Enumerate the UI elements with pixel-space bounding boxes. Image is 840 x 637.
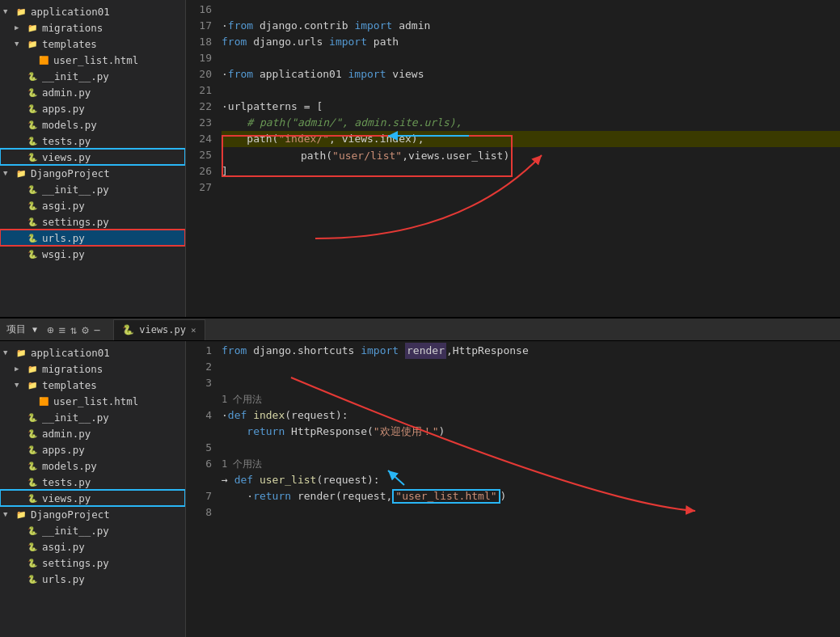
tree-label: DjangoProject bbox=[31, 508, 110, 521]
minus-icon[interactable]: − bbox=[94, 323, 100, 336]
html-file-icon: 🟧 bbox=[37, 54, 50, 65]
line-numbers-bottom: 1 2 3 4 5 6 7 8 bbox=[186, 341, 218, 637]
py-file-icon: 🐍 bbox=[26, 135, 39, 146]
tree-label: apps.py bbox=[42, 444, 85, 456]
tree-arrow: ▶ bbox=[15, 23, 26, 32]
code-line-23: # path("admin/", admin.site.urls), bbox=[222, 115, 840, 131]
tree-item[interactable]: 🐍 asgi.py bbox=[0, 538, 185, 555]
views-py-top[interactable]: 🐍 views.py bbox=[0, 149, 185, 165]
sort-icon[interactable]: ⇅ bbox=[70, 323, 77, 336]
code-line-21 bbox=[222, 82, 840, 99]
tree-item[interactable]: ▼ 📁 DjangoProject bbox=[0, 506, 185, 522]
tree-item[interactable]: ▼ 📁 application01 bbox=[0, 344, 185, 361]
folder-icon: 📁 bbox=[26, 22, 39, 33]
tree-label: wsgi.py bbox=[42, 248, 85, 260]
tree-item[interactable]: 🐍 apps.py bbox=[0, 100, 185, 116]
tree-item[interactable]: 🐍 models.py bbox=[0, 458, 185, 474]
tree-item[interactable]: 🐍 __init__.py bbox=[0, 68, 185, 84]
tree-item[interactable]: 🟧 user_list.html bbox=[0, 393, 185, 409]
code-line-17: ·from django.contrib import admin bbox=[222, 18, 840, 34]
tree-arrow: ▼ bbox=[3, 348, 15, 356]
tree-arrow: ▼ bbox=[15, 40, 26, 48]
tree-item[interactable]: 🐍 apps.py bbox=[0, 441, 185, 458]
py-file-icon: 🐍 bbox=[26, 216, 39, 227]
line-numbers-top: 16 17 18 19 20 21 22 23 24 25 26 27 bbox=[186, 0, 218, 317]
tree-item[interactable]: 🐍 wsgi.py bbox=[0, 246, 185, 262]
bottom-editor: 1 2 3 4 5 6 7 8 from django.shortcuts im… bbox=[186, 341, 840, 637]
tree-item[interactable]: ▼ 📁 templates bbox=[0, 377, 185, 393]
urls-py-top[interactable]: 🐍 urls.py bbox=[0, 230, 185, 246]
tree-item[interactable]: 🐍 __init__.py bbox=[0, 522, 185, 538]
py-file-icon: 🐍 bbox=[26, 103, 39, 114]
tree-label: migrations bbox=[42, 363, 103, 375]
settings-icon[interactable]: ⚙ bbox=[82, 323, 88, 336]
tree-item[interactable]: 🐍 admin.py bbox=[0, 84, 185, 100]
usage-hint-1: 1 个用法 bbox=[222, 391, 840, 407]
tab-close-button[interactable]: × bbox=[191, 325, 196, 335]
code-line-20: ·from application01 import views bbox=[222, 66, 840, 82]
code-line-b8: ·return render(request,"user_list.html") bbox=[222, 488, 840, 504]
list-icon[interactable]: ≡ bbox=[58, 323, 65, 336]
tree-label: asgi.py bbox=[42, 541, 85, 553]
tree-item[interactable]: 🐍 asgi.py bbox=[0, 197, 185, 213]
tree-label: application01 bbox=[31, 6, 110, 18]
tree-arrow: ▼ bbox=[3, 7, 15, 15]
py-file-icon: 🐍 bbox=[26, 492, 39, 504]
tree-label: migrations bbox=[42, 22, 103, 34]
tree-label: user_list.html bbox=[53, 54, 138, 66]
py-file-icon: 🐍 bbox=[26, 573, 39, 584]
tree-item[interactable]: 🐍 urls.py bbox=[0, 571, 185, 587]
tree-arrow: ▼ bbox=[3, 510, 15, 518]
top-file-tree[interactable]: ▼ 📁 application01 ▶ 📁 migrations ▼ 📁 tem… bbox=[0, 0, 186, 317]
tree-label: asgi.py bbox=[42, 200, 85, 212]
folder-icon: 📁 bbox=[15, 6, 27, 17]
bottom-file-tree[interactable]: ▼ 📁 application01 ▶ 📁 migrations ▼ 📁 tem… bbox=[0, 341, 186, 637]
code-line-b3 bbox=[222, 375, 840, 391]
tree-item[interactable]: ▼ 📁 DjangoProject bbox=[0, 165, 185, 181]
toolbar-icons: ⊕ ≡ ⇅ ⚙ − bbox=[47, 323, 100, 336]
top-pane: ▼ 📁 application01 ▶ 📁 migrations ▼ 📁 tem… bbox=[0, 0, 840, 318]
tree-item[interactable]: 🐍 __init__.py bbox=[0, 409, 185, 425]
file-tab-label[interactable]: views.py bbox=[139, 324, 186, 335]
tree-item[interactable]: 🐍 settings.py bbox=[0, 555, 185, 571]
tree-item[interactable]: ▼ 📁 templates bbox=[0, 36, 185, 52]
tree-item[interactable]: 🐍 models.py bbox=[0, 116, 185, 133]
tree-item[interactable]: ▶ 📁 migrations bbox=[0, 19, 185, 36]
py-file-icon: 🐍 bbox=[26, 232, 39, 243]
tree-item[interactable]: 🟧 user_list.html bbox=[0, 52, 185, 68]
tree-item[interactable]: ▼ 📁 application01 bbox=[0, 3, 185, 19]
tree-label: settings.py bbox=[42, 216, 109, 228]
tree-item[interactable]: 🐍 admin.py bbox=[0, 425, 185, 441]
tree-label: DjangoProject bbox=[31, 167, 110, 179]
tree-item[interactable]: 🐍 tests.py bbox=[0, 474, 185, 490]
code-line-18: from django.urls import path bbox=[222, 34, 840, 50]
tree-label: admin.py bbox=[42, 428, 91, 440]
views-py-bottom[interactable]: 🐍 views.py bbox=[0, 490, 185, 506]
py-file-icon: 🐍 bbox=[26, 411, 39, 423]
code-line-b6 bbox=[222, 440, 840, 456]
code-line-b2 bbox=[222, 359, 840, 375]
add-icon[interactable]: ⊕ bbox=[47, 323, 53, 336]
tree-item[interactable]: 🐍 settings.py bbox=[0, 213, 185, 230]
py-file-icon: 🐍 bbox=[26, 184, 39, 195]
folder-icon: 📁 bbox=[26, 38, 39, 49]
tree-label: views.py bbox=[42, 151, 91, 163]
code-line-25: path("user/list",views.user_list) bbox=[222, 147, 840, 163]
tree-arrow: ▼ bbox=[15, 381, 26, 389]
code-line-b5: return HttpResponse("欢迎使用！") bbox=[222, 424, 840, 440]
bottom-pane: 项目 ▼ ⊕ ≡ ⇅ ⚙ − 🐍 views.py × ▼ 📁 applicat… bbox=[0, 318, 840, 637]
tree-label: models.py bbox=[42, 460, 97, 472]
tree-item[interactable]: 🐍 tests.py bbox=[0, 133, 185, 149]
tree-item[interactable]: 🐍 __init__.py bbox=[0, 181, 185, 197]
code-line-22: ·urlpatterns = [ bbox=[222, 99, 840, 115]
tree-arrow: ▶ bbox=[15, 365, 26, 373]
tree-label: templates bbox=[42, 379, 97, 391]
code-line-27 bbox=[222, 179, 840, 196]
bottom-content: ▼ 📁 application01 ▶ 📁 migrations ▼ 📁 tem… bbox=[0, 341, 840, 637]
py-file-icon: 🐍 bbox=[26, 444, 39, 455]
tree-label: tests.py bbox=[42, 135, 91, 147]
tree-label: tests.py bbox=[42, 476, 91, 488]
py-file-icon: 🐍 bbox=[26, 200, 39, 211]
tree-item[interactable]: ▶ 📁 migrations bbox=[0, 361, 185, 377]
py-file-icon: 🐍 bbox=[26, 86, 39, 98]
